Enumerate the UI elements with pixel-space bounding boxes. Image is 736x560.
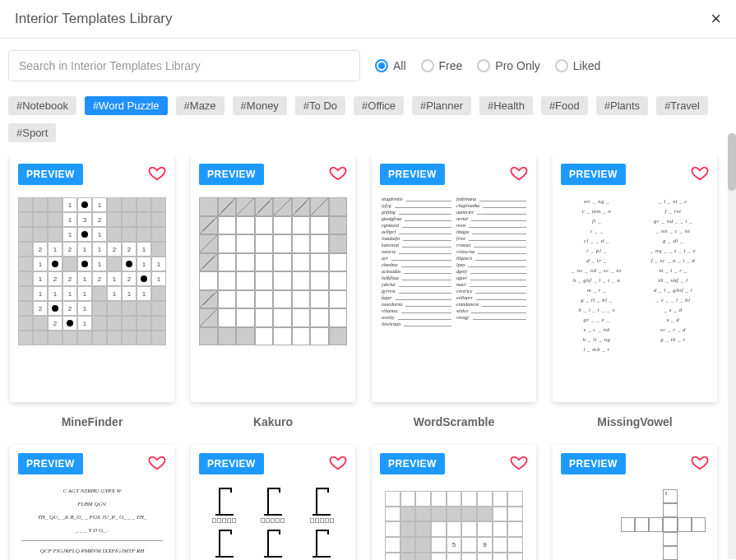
template-title: WordScramble — [414, 415, 495, 428]
heart-icon[interactable] — [691, 164, 709, 182]
tag-planner[interactable]: #Planner — [412, 96, 471, 115]
radio-label: Free — [439, 59, 463, 72]
close-button[interactable]: × — [711, 10, 721, 28]
heart-icon[interactable] — [510, 453, 528, 471]
radio-label: Pro Only — [495, 59, 539, 72]
tag-wordpuzzle[interactable]: #Word Puzzle — [85, 96, 168, 115]
template-thumbnail[interactable]: PREVIEW59 — [372, 445, 536, 560]
tag-sport[interactable]: #Sport — [8, 123, 56, 142]
radio-icon — [477, 59, 490, 72]
template-title: MissingVowel — [597, 415, 673, 428]
search-input[interactable] — [8, 50, 360, 81]
thumbnail-content: C AGT NZRHU GYPX WFLBM QGV.TH_ QU_ _K B_… — [18, 483, 166, 560]
preview-button[interactable]: PREVIEW — [199, 453, 264, 474]
heart-icon[interactable] — [510, 164, 528, 182]
template-thumbnail[interactable]: PREVIEW111321121211221111112212121111111… — [10, 155, 174, 402]
page-title: Interior Templates Library — [15, 11, 173, 27]
template-card: PREVIEW325 — [553, 445, 717, 560]
preview-button[interactable]: PREVIEW — [18, 453, 83, 474]
heart-icon[interactable] — [691, 453, 709, 471]
thumbnail-content: 325 — [561, 483, 709, 560]
template-card: PREVIEWKakuro — [191, 155, 355, 428]
template-card: PREVIEWC AGT NZRHU GYPX WFLBM QGV.TH_ QU… — [10, 445, 174, 560]
preview-button[interactable]: PREVIEW — [199, 164, 264, 185]
thumbnail-content: stugdvmtistyfygghfdoggkedgfraaegntauldae… — [380, 193, 528, 394]
template-card: PREVIEW — [191, 445, 355, 560]
scrollbar-track — [728, 133, 736, 559]
radio-icon — [555, 59, 568, 72]
tag-money[interactable]: #Money — [233, 96, 287, 115]
radio-icon — [375, 59, 388, 72]
heart-icon[interactable] — [329, 453, 347, 471]
filter-radio-group: AllFreePro OnlyLiked — [375, 59, 600, 72]
tag-plants[interactable]: #Plants — [596, 96, 648, 115]
thumbnail-content — [199, 193, 347, 394]
preview-button[interactable]: PREVIEW — [380, 164, 445, 185]
tag-notebook[interactable]: #Notebook — [8, 96, 76, 115]
filter-radio-liked[interactable]: Liked — [555, 59, 600, 72]
filter-radio-all[interactable]: All — [375, 59, 406, 72]
tag-travel[interactable]: #Travel — [656, 96, 708, 115]
tag-row: #Notebook#Word Puzzle#Maze#Money#To Do#O… — [0, 93, 736, 155]
thumbnail-content: str _ ng __ l _ st _ cc _ mm _ nf _ rstf… — [561, 193, 709, 394]
template-card: PREVIEW111321121211221111112212121111111… — [10, 155, 174, 428]
thumbnail-content: 59 — [380, 483, 528, 560]
template-card: PREVIEW59 — [372, 445, 536, 560]
preview-button[interactable]: PREVIEW — [380, 453, 445, 474]
template-card: PREVIEWstugdvmtistyfygghfdoggkedgfraaegn… — [372, 155, 536, 428]
template-grid: PREVIEW111321121211221111112212121111111… — [10, 155, 728, 560]
filter-radio-pro-only[interactable]: Pro Only — [477, 59, 539, 72]
template-thumbnail[interactable]: PREVIEWC AGT NZRHU GYPX WFLBM QGV.TH_ QU… — [10, 445, 174, 560]
tag-maze[interactable]: #Maze — [176, 96, 225, 115]
template-thumbnail[interactable]: PREVIEWstugdvmtistyfygghfdoggkedgfraaegn… — [372, 155, 536, 402]
template-card: PREVIEWstr _ ng __ l _ st _ cc _ mm _ nf… — [553, 155, 717, 428]
template-thumbnail[interactable]: PREVIEW — [191, 155, 355, 402]
preview-button[interactable]: PREVIEW — [561, 164, 626, 185]
template-thumbnail[interactable]: PREVIEW — [191, 445, 355, 560]
preview-button[interactable]: PREVIEW — [18, 164, 83, 185]
heart-icon[interactable] — [148, 164, 166, 182]
heart-icon[interactable] — [148, 453, 166, 471]
scrollbar-thumb[interactable] — [728, 133, 736, 191]
heart-icon[interactable] — [329, 164, 347, 182]
thumbnail-content: 111321121211221111112212121111111122121 — [18, 193, 166, 394]
radio-label: Liked — [573, 59, 600, 72]
filter-radio-free[interactable]: Free — [421, 59, 463, 72]
tag-office[interactable]: #Office — [354, 96, 404, 115]
template-title: MineFinder — [62, 415, 123, 428]
radio-icon — [421, 59, 434, 72]
template-title: Kakuro — [253, 415, 293, 428]
tag-todo[interactable]: #To Do — [295, 96, 345, 115]
template-thumbnail[interactable]: PREVIEWstr _ ng __ l _ st _ cc _ mm _ nf… — [553, 155, 717, 402]
tag-food[interactable]: #Food — [541, 96, 588, 115]
radio-label: All — [393, 59, 406, 72]
preview-button[interactable]: PREVIEW — [561, 453, 626, 474]
thumbnail-content — [199, 483, 347, 560]
template-thumbnail[interactable]: PREVIEW325 — [553, 445, 717, 560]
tag-health[interactable]: #Health — [479, 96, 533, 115]
